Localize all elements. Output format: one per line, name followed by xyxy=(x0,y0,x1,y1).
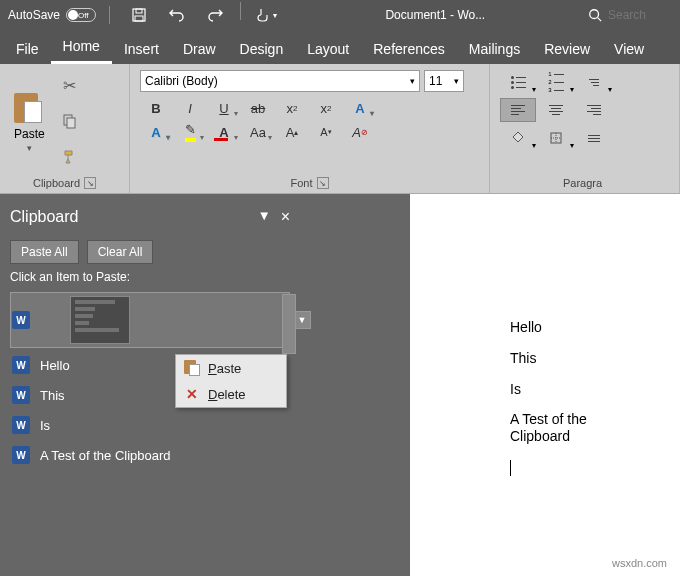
bullets-button[interactable]: ▾ xyxy=(500,70,536,94)
clip-text: Hello xyxy=(40,358,70,373)
doc-line: This xyxy=(510,350,650,367)
svg-rect-6 xyxy=(67,118,75,128)
align-left-button[interactable] xyxy=(500,98,536,122)
main-area: Clipboard ▼ × Paste All Clear All Click … xyxy=(0,194,680,576)
tab-mailings[interactable]: Mailings xyxy=(457,33,532,64)
tab-layout[interactable]: Layout xyxy=(295,33,361,64)
shrink-font-button[interactable]: A▾ xyxy=(310,120,342,144)
word-icon: W xyxy=(12,311,30,329)
text-effects-button[interactable]: A▾ xyxy=(344,96,376,120)
document-title: Document1 - Wo... xyxy=(291,8,580,22)
highlight-button[interactable]: ✎▾ xyxy=(174,120,206,144)
context-paste[interactable]: Paste xyxy=(176,355,286,381)
shading-button[interactable]: ▾ xyxy=(500,126,536,150)
group-label-font: Font↘ xyxy=(136,175,483,191)
svg-rect-1 xyxy=(136,9,142,13)
tab-references[interactable]: References xyxy=(361,33,457,64)
grow-font-button[interactable]: A▴ xyxy=(276,120,308,144)
text-cursor xyxy=(510,460,511,476)
group-paragraph: ▾ 123▾ ▾ ▾ ▾ Paragra xyxy=(490,64,680,193)
autosave-label: AutoSave xyxy=(8,8,60,22)
context-delete[interactable]: ✕ Delete xyxy=(176,381,286,407)
paste-button[interactable]: Paste ▾ xyxy=(6,68,53,175)
autosave-toggle[interactable]: AutoSave Off xyxy=(0,8,105,22)
doc-line: A Test of the Clipboard xyxy=(510,411,650,445)
paste-icon xyxy=(14,91,44,125)
clip-item[interactable]: WA Test of the Clipboard xyxy=(10,442,290,468)
delete-icon: ✕ xyxy=(184,386,200,402)
redo-icon[interactable] xyxy=(198,2,232,28)
clear-formatting-button[interactable]: A⊘ xyxy=(344,120,376,144)
watermark: wsxdn.com xyxy=(609,556,670,570)
tab-file[interactable]: File xyxy=(4,33,51,64)
copy-icon[interactable] xyxy=(59,110,81,132)
search-box[interactable] xyxy=(580,8,680,22)
group-label-paragraph: Paragra xyxy=(496,175,673,191)
doc-line: Is xyxy=(510,381,650,398)
underline-button[interactable]: U▾ xyxy=(208,96,240,120)
strikethrough-button[interactable]: ab xyxy=(242,96,274,120)
dialog-launcher-icon[interactable]: ↘ xyxy=(317,177,329,189)
clipboard-pane: Clipboard ▼ × Paste All Clear All Click … xyxy=(0,194,300,576)
change-case-button[interactable]: Aa▾ xyxy=(242,120,274,144)
tab-review[interactable]: Review xyxy=(532,33,602,64)
word-icon: W xyxy=(12,446,30,464)
word-icon: W xyxy=(12,416,30,434)
document-area[interactable]: Hello This Is A Test of the Clipboard xyxy=(300,194,680,576)
separator xyxy=(109,6,110,24)
dialog-launcher-icon[interactable]: ↘ xyxy=(84,177,96,189)
toggle-icon xyxy=(66,8,96,22)
borders-button[interactable]: ▾ xyxy=(538,126,574,150)
document-page[interactable]: Hello This Is A Test of the Clipboard xyxy=(410,194,680,576)
chevron-down-icon: ▾ xyxy=(27,143,32,153)
pane-close-icon[interactable]: × xyxy=(281,208,290,226)
numbering-button[interactable]: 123▾ xyxy=(538,70,574,94)
svg-line-4 xyxy=(598,18,602,22)
quick-access-toolbar: ▾ xyxy=(114,2,291,28)
align-center-button[interactable] xyxy=(538,98,574,122)
paste-label: Paste xyxy=(14,127,45,141)
clip-text: Is xyxy=(40,418,50,433)
italic-button[interactable]: I xyxy=(174,96,206,120)
word-icon: W xyxy=(12,356,30,374)
bold-button[interactable]: B xyxy=(140,96,172,120)
context-menu: Paste ✕ Delete xyxy=(175,354,287,408)
align-right-button[interactable] xyxy=(576,98,612,122)
word-icon: W xyxy=(12,386,30,404)
tab-draw[interactable]: Draw xyxy=(171,33,228,64)
subscript-button[interactable]: x2 xyxy=(276,96,308,120)
text-effects-2-button[interactable]: A▾ xyxy=(140,120,172,144)
clip-item[interactable]: WIs xyxy=(10,412,290,438)
multilevel-list-button[interactable]: ▾ xyxy=(576,70,612,94)
undo-icon[interactable] xyxy=(160,2,194,28)
font-size-combo[interactable]: 11▾ xyxy=(424,70,464,92)
decrease-indent-button[interactable] xyxy=(576,126,612,150)
pane-options-icon[interactable]: ▼ xyxy=(258,208,271,226)
tab-insert[interactable]: Insert xyxy=(112,33,171,64)
svg-rect-2 xyxy=(135,16,143,21)
title-bar: AutoSave Off ▾ Document1 - Wo... xyxy=(0,0,680,30)
touch-mode-icon[interactable]: ▾ xyxy=(249,2,283,28)
paste-all-button[interactable]: Paste All xyxy=(10,240,79,264)
tab-home[interactable]: Home xyxy=(51,30,112,64)
doc-line: Hello xyxy=(510,319,650,336)
save-icon[interactable] xyxy=(122,2,156,28)
format-painter-icon[interactable] xyxy=(59,146,81,168)
separator xyxy=(240,2,241,20)
font-color-button[interactable]: A▾ xyxy=(208,120,240,144)
superscript-button[interactable]: x2 xyxy=(310,96,342,120)
group-label-clipboard: Clipboard↘ xyxy=(6,175,123,191)
paste-icon xyxy=(184,360,200,376)
clip-item-thumbnail[interactable]: W ▼ xyxy=(10,292,290,348)
cut-icon[interactable]: ✂ xyxy=(59,75,81,97)
clear-all-button[interactable]: Clear All xyxy=(87,240,154,264)
group-font: Calibri (Body)▾ 11▾ B I U▾ ab x2 x2 A▾ A… xyxy=(130,64,490,193)
search-input[interactable] xyxy=(608,8,663,22)
clip-text: A Test of the Clipboard xyxy=(40,448,171,463)
search-icon xyxy=(588,8,602,22)
tab-design[interactable]: Design xyxy=(228,33,296,64)
panel-scrollbar[interactable] xyxy=(282,294,296,354)
font-name-combo[interactable]: Calibri (Body)▾ xyxy=(140,70,420,92)
tab-view[interactable]: View xyxy=(602,33,656,64)
doc-cursor-line xyxy=(510,459,650,476)
